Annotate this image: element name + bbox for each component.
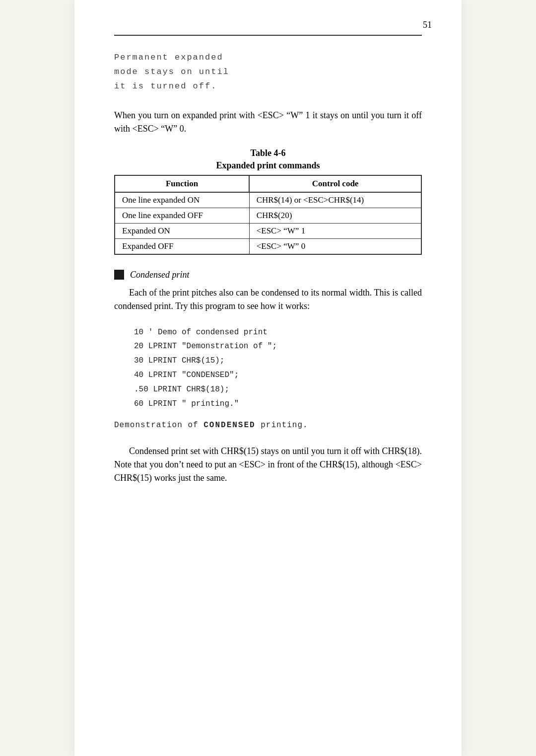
code-line: .50 LPRINT CHR$(18); (134, 382, 422, 397)
dot-matrix-line-2: mode stays on until (114, 65, 422, 79)
function-cell: Expanded ON (115, 223, 249, 238)
table-row: One line expanded OFFCHR$(20) (115, 208, 421, 223)
code-line: 30 LPRINT CHR$(15); (134, 354, 422, 368)
demo-output: Demonstration of CONDENSED printing. (114, 421, 422, 430)
body-paragraph-1: When you turn on expanded print with <ES… (114, 109, 422, 136)
table-subtitle: Expanded print commands (114, 160, 422, 171)
table-row: Expanded OFF<ESC> “W” 0 (115, 238, 421, 254)
expanded-print-table: Function Control code One line expanded … (114, 175, 422, 255)
table-section: Table 4-6 Expanded print commands Functi… (114, 148, 422, 255)
dot-matrix-line-3: it is turned off. (114, 79, 422, 94)
function-cell: One line expanded ON (115, 192, 249, 208)
condensed-paragraph-1: Each of the print pitches also can be co… (114, 286, 422, 313)
top-rule (114, 35, 422, 36)
col-header-function: Function (115, 175, 249, 192)
table-title: Table 4-6 (114, 148, 422, 158)
condensed-print-header: Condensed print (114, 270, 422, 280)
control-code-cell: <ESC> “W” 1 (249, 223, 421, 238)
control-code-cell: CHR$(20) (249, 208, 421, 223)
dot-matrix-block: Permanent expanded mode stays on until i… (114, 51, 422, 94)
black-square-icon (114, 270, 124, 280)
code-line: 20 LPRINT "Demonstration of "; (134, 339, 422, 354)
condensed-print-title: Condensed print (130, 270, 190, 280)
demo-output-prefix: Demonstration of (114, 421, 203, 430)
page: 51 Permanent expanded mode stays on unti… (74, 0, 462, 756)
demo-output-bold: CONDENSED (203, 421, 255, 430)
code-block: 10 ' Demo of condensed print20 LPRINT "D… (134, 325, 422, 411)
code-line: 10 ' Demo of condensed print (134, 325, 422, 340)
control-code-cell: CHR$(14) or <ESC>CHR$(14) (249, 192, 421, 208)
code-line: 40 LPRINT "CONDENSED"; (134, 368, 422, 382)
function-cell: One line expanded OFF (115, 208, 249, 223)
code-line: 60 LPRINT " printing." (134, 397, 422, 411)
function-cell: Expanded OFF (115, 238, 249, 254)
condensed-paragraph-2: Condensed print set with CHR$(15) stays … (114, 445, 422, 485)
page-number: 51 (423, 20, 432, 30)
demo-output-suffix: printing. (256, 421, 308, 430)
table-row: One line expanded ONCHR$(14) or <ESC>CHR… (115, 192, 421, 208)
col-header-control-code: Control code (249, 175, 421, 192)
table-row: Expanded ON<ESC> “W” 1 (115, 223, 421, 238)
dot-matrix-line-1: Permanent expanded (114, 51, 422, 65)
control-code-cell: <ESC> “W” 0 (249, 238, 421, 254)
